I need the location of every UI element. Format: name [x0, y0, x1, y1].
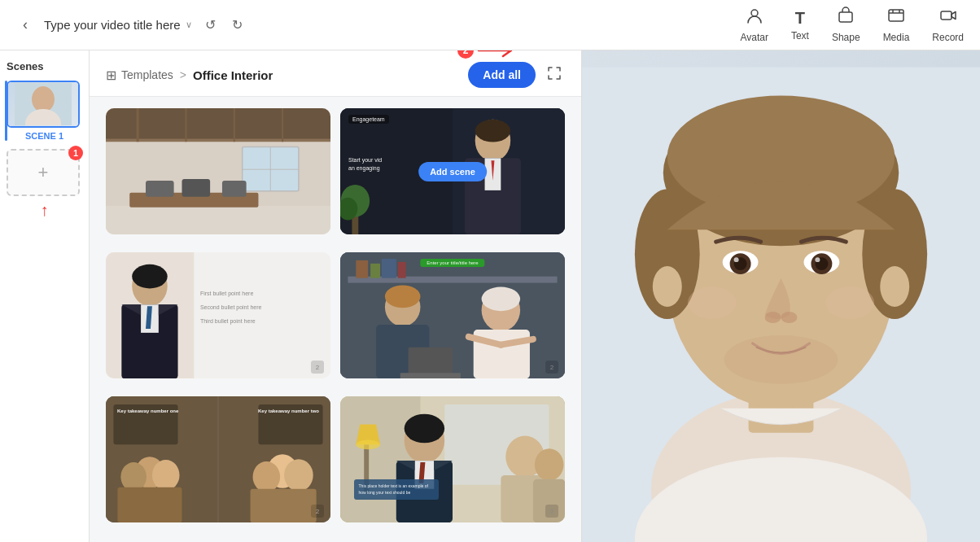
text-tool[interactable]: T Text: [791, 9, 809, 42]
breadcrumb-current: Office Interior: [193, 68, 273, 82]
svg-point-105: [815, 257, 820, 262]
header-left: ‹ Type your video title here ∨ ↺ ↻: [16, 13, 246, 37]
header-right-controls: 2 Add all: [468, 62, 565, 88]
breadcrumb-separator: >: [180, 68, 186, 81]
avatar-preview: [582, 67, 980, 542]
templates-link: Templates: [121, 68, 173, 81]
scene-1-thumb[interactable]: [7, 81, 80, 128]
svg-rect-47: [370, 264, 380, 278]
template-card-1[interactable]: [106, 108, 330, 234]
svg-point-80: [535, 448, 564, 481]
svg-rect-8: [106, 108, 330, 141]
card-5-left-text: Key takeaway number one: [117, 408, 178, 414]
svg-point-37: [132, 264, 168, 289]
svg-point-101: [734, 257, 739, 262]
svg-point-65: [120, 462, 147, 492]
card-5-badge: 2: [311, 505, 324, 518]
add-scene-button[interactable]: + 1: [7, 149, 80, 196]
shape-icon: [837, 7, 855, 29]
card-3-inner: First bullet point here Second bullet po…: [106, 252, 330, 378]
expand-button[interactable]: [544, 63, 565, 87]
svg-rect-3: [941, 11, 952, 20]
card-2-logo: Engageteam: [348, 115, 389, 124]
card-1-inner: [106, 108, 330, 234]
header: ‹ Type your video title here ∨ ↺ ↻ Avata…: [0, 0, 980, 50]
templates-breadcrumb[interactable]: ⊞ Templates: [106, 68, 173, 83]
card-2-inner: Engageteam Start your vid an engaging Ad…: [340, 108, 565, 234]
add-badge: 1: [68, 146, 83, 160]
svg-point-51: [385, 286, 421, 308]
svg-rect-58: [409, 347, 453, 376]
avatar-tool[interactable]: Avatar: [740, 7, 768, 43]
card-5-right-text: Key takeaway number two: [258, 408, 319, 414]
back-button[interactable]: ‹: [16, 13, 34, 37]
svg-rect-21: [146, 181, 174, 197]
breadcrumb: ⊞ Templates > Office Interior: [106, 68, 273, 83]
svg-rect-48: [382, 259, 396, 278]
redo-button[interactable]: ↻: [229, 14, 246, 36]
svg-point-27: [475, 120, 511, 142]
svg-point-112: [825, 286, 874, 319]
svg-point-54: [482, 287, 520, 312]
arrow-right-icon: [477, 50, 518, 59]
avatar-label: Avatar: [740, 32, 768, 43]
template-card-6[interactable]: This place holder text is an example of …: [340, 396, 565, 522]
add-all-badge: 2: [457, 50, 474, 59]
arrow-annotation: ↑: [7, 201, 82, 220]
video-title: Type your video title here: [44, 18, 181, 32]
content-area: ⊞ Templates > Office Interior 2 Add all: [90, 50, 581, 542]
svg-rect-71: [251, 489, 317, 523]
svg-point-109: [880, 266, 909, 307]
media-tool[interactable]: Media: [883, 7, 910, 43]
template-card-2[interactable]: Engageteam Start your vid an engaging Ad…: [340, 108, 565, 234]
template-card-5[interactable]: Key takeaway number one Key takeaway num…: [106, 396, 330, 522]
add-all-annotation: 2: [457, 50, 518, 59]
svg-point-83: [405, 414, 444, 444]
svg-point-110: [724, 335, 838, 384]
scene-1-preview: [8, 82, 78, 126]
svg-rect-23: [222, 181, 247, 197]
card-6-placeholder: This place holder text is an example of …: [354, 479, 440, 500]
svg-rect-59: [400, 373, 461, 378]
undo-button[interactable]: ↺: [202, 14, 219, 36]
svg-rect-49: [398, 262, 406, 278]
record-icon: [939, 7, 957, 29]
template-card-3[interactable]: First bullet point here Second bullet po…: [106, 252, 330, 378]
add-all-button[interactable]: Add all: [468, 62, 536, 88]
preview-panel: [581, 50, 980, 542]
shape-tool[interactable]: Shape: [832, 7, 860, 43]
avatar-icon: [746, 7, 763, 29]
card-4-inner: Enter your title/title here 2: [340, 252, 565, 378]
template-card-4[interactable]: Enter your title/title here 2: [340, 252, 565, 378]
media-label: Media: [883, 32, 910, 43]
card-3-bullets: First bullet point here Second bullet po…: [200, 291, 262, 324]
card-3-badge: 2: [311, 361, 324, 374]
svg-point-0: [751, 10, 758, 16]
shape-label: Shape: [832, 32, 860, 43]
text-icon: T: [795, 9, 805, 28]
svg-point-108: [653, 266, 682, 307]
svg-point-66: [152, 460, 180, 491]
expand-icon: [547, 66, 562, 81]
media-icon: [887, 7, 905, 29]
bullet-3: Third bullet point here: [200, 318, 262, 324]
svg-point-70: [284, 459, 313, 492]
svg-point-106: [765, 312, 781, 323]
card-2-text: Start your vid an engaging: [348, 156, 382, 173]
title-area[interactable]: Type your video title here ∨: [44, 18, 192, 32]
card-4-badge: 2: [545, 361, 558, 374]
add-scene-overlay[interactable]: Add scene: [418, 162, 487, 181]
header-toolbar: Avatar T Text Shape: [740, 7, 964, 43]
text-label: Text: [791, 30, 809, 42]
svg-rect-67: [117, 487, 182, 523]
grid-icon: ⊞: [106, 68, 116, 83]
card-6-inner: This place holder text is an example of …: [340, 396, 565, 522]
svg-point-5: [32, 86, 55, 112]
svg-rect-9: [106, 139, 330, 142]
record-tool[interactable]: Record: [932, 7, 964, 43]
svg-point-107: [781, 312, 798, 323]
scenes-title: Scenes: [7, 60, 82, 72]
scene-1-label: SCENE 1: [7, 131, 82, 141]
svg-rect-19: [106, 207, 330, 235]
card-6-badge: 2: [545, 505, 558, 518]
